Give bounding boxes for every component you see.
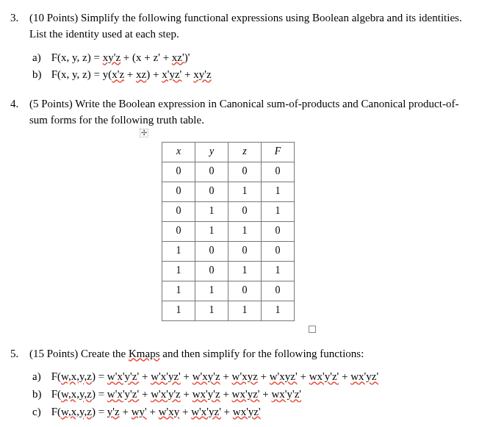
- cell: 1: [228, 261, 262, 281]
- q3-b-t3: x'yz': [162, 68, 181, 80]
- q3-number: 3.: [10, 10, 29, 43]
- q4-prompt-line1: (5 Points) Write the Boolean expression …: [29, 98, 458, 110]
- q3-b-label: b): [32, 67, 48, 83]
- cell: 0: [195, 241, 228, 261]
- q5-c-lhs: F(: [51, 406, 61, 417]
- q5-a-t4: w'xy'z: [192, 370, 220, 382]
- cell: 1: [228, 182, 262, 201]
- q5-a-eq: ) =: [92, 370, 107, 382]
- table-row: 1000: [162, 241, 295, 261]
- q3-b-t2: xz: [136, 68, 146, 80]
- truth-th-x: x: [162, 142, 195, 162]
- q5-b-t3: +: [181, 388, 192, 400]
- q5-part-b: b) F(w,x,y,z) = w'x'y'z' + w'x'y'z + wx'…: [32, 387, 489, 403]
- cell: 1: [162, 241, 195, 261]
- q5-number: 5.: [10, 346, 29, 362]
- q5-b-vars: w,x,y,z: [61, 388, 92, 400]
- q5-a-t10: wx'y'z': [309, 370, 339, 382]
- q3-a-term2: xz': [172, 51, 184, 63]
- cell: 1: [228, 221, 262, 241]
- q4-text: (5 Points) Write the Boolean expression …: [29, 96, 489, 129]
- truth-th-F: F: [262, 142, 295, 162]
- cell: 1: [262, 201, 295, 221]
- cell: 0: [162, 162, 195, 182]
- q5-c-t8: wx'yz': [233, 406, 261, 417]
- cell: 1: [228, 301, 262, 320]
- q3-b-t1: x'z: [112, 68, 124, 80]
- q3-b-s2: ) +: [146, 68, 162, 80]
- q5-a-t7: +: [258, 370, 270, 382]
- cell: 0: [228, 201, 262, 221]
- q5-b-t1: +: [139, 388, 151, 400]
- q5-b-t4: wx'y'z: [192, 388, 220, 400]
- q5-subparts: a) F(w,x,y,z) = w'x'y'z' + w'x'yz' + w'x…: [32, 369, 489, 420]
- cell: 1: [162, 281, 195, 301]
- q3-b-s1: +: [124, 68, 136, 80]
- cell: 1: [262, 301, 295, 320]
- cell: 1: [262, 182, 295, 201]
- cell: 0: [195, 261, 228, 281]
- q5-a-label: a): [32, 369, 48, 385]
- table-row: 1100: [162, 281, 295, 301]
- q5-header: 5. (15 Points) Create the Kmaps and then…: [10, 346, 489, 362]
- cell: 0: [195, 182, 228, 201]
- question-4: 4. (5 Points) Write the Boolean expressi…: [10, 96, 489, 333]
- cell: 1: [195, 201, 228, 221]
- q5-c-eq: ) =: [92, 406, 107, 417]
- q5-c-label: c): [32, 404, 48, 420]
- q3-prompt-line1: (10 Points) Simplify the following funct…: [29, 12, 462, 24]
- q3-a-term1: xy'z: [103, 51, 120, 63]
- q5-c-t6: w'x'yz': [191, 406, 221, 417]
- q5-text: (15 Points) Create the Kmaps and then si…: [29, 346, 489, 362]
- q5-b-t2: w'x'y'z: [151, 388, 181, 400]
- cell: 1: [262, 261, 295, 281]
- cell: 0: [262, 162, 295, 182]
- q3-a-mid: + (x + z' +: [120, 51, 172, 63]
- q3-prompt-line2: List the identity used at each step.: [29, 28, 179, 40]
- q5-c-t4: w'xy: [159, 406, 180, 417]
- q3-b-s3: +: [181, 68, 193, 80]
- q5-a-t3: +: [181, 370, 192, 382]
- q5-a-t5: +: [220, 370, 232, 382]
- q3-a-lhs: F(x, y, z) =: [51, 51, 103, 63]
- cell: 0: [162, 182, 195, 201]
- cell: 0: [228, 162, 262, 182]
- q5-c-t1: +: [120, 406, 132, 417]
- q4-prompt-line2: sum forms for the following truth table.: [29, 114, 204, 126]
- q5-a-t8: w'xyz': [270, 370, 298, 382]
- q4-header: 4. (5 Points) Write the Boolean expressi…: [10, 96, 489, 129]
- truth-th-z: z: [228, 142, 262, 162]
- q3-part-b: b) F(x, y, z) = y(x'z + xz) + x'yz' + xy…: [32, 67, 489, 83]
- q4-number: 4.: [10, 96, 29, 129]
- table-row: 0101: [162, 201, 295, 221]
- table-resize-handle-icon: [309, 326, 316, 333]
- q3-b-lhs: F(x, y, z) = y(: [51, 68, 112, 80]
- q3-subparts: a) F(x, y, z) = xy'z + (x + z' + xz')' b…: [32, 50, 489, 84]
- q5-c-t2: wy': [132, 406, 147, 417]
- q5-prompt-a: (15 Points) Create the: [29, 348, 129, 359]
- q3-header: 3. (10 Points) Simplify the following fu…: [10, 10, 489, 43]
- cell: 1: [195, 301, 228, 320]
- table-row: 1011: [162, 261, 295, 281]
- q5-b-t7: +: [260, 388, 272, 400]
- q5-c-t3: +: [147, 406, 159, 417]
- q5-c-vars: w,x,y,z: [61, 406, 92, 417]
- cell: 0: [228, 241, 262, 261]
- q5-b-t8: wx'y'z': [271, 388, 301, 400]
- q5-part-a: a) F(w,x,y,z) = w'x'y'z' + w'x'yz' + w'x…: [32, 369, 489, 385]
- cell: 0: [162, 201, 195, 221]
- cell: 0: [162, 221, 195, 241]
- cell: 1: [195, 281, 228, 301]
- question-5: 5. (15 Points) Create the Kmaps and then…: [10, 346, 489, 420]
- q3-part-a: a) F(x, y, z) = xy'z + (x + z' + xz')': [32, 50, 489, 66]
- q5-a-lhs: F(: [51, 370, 61, 382]
- table-row: 0110: [162, 221, 295, 241]
- q3-text: (10 Points) Simplify the following funct…: [29, 10, 489, 43]
- q5-a-t9: +: [298, 370, 309, 382]
- table-row: 0000: [162, 162, 295, 182]
- q5-b-t5: +: [220, 388, 232, 400]
- q5-b-eq: ) =: [92, 388, 107, 400]
- q5-c-t5: +: [179, 406, 191, 417]
- q3-a-end: )': [184, 51, 190, 63]
- q5-b-lhs: F(: [51, 388, 61, 400]
